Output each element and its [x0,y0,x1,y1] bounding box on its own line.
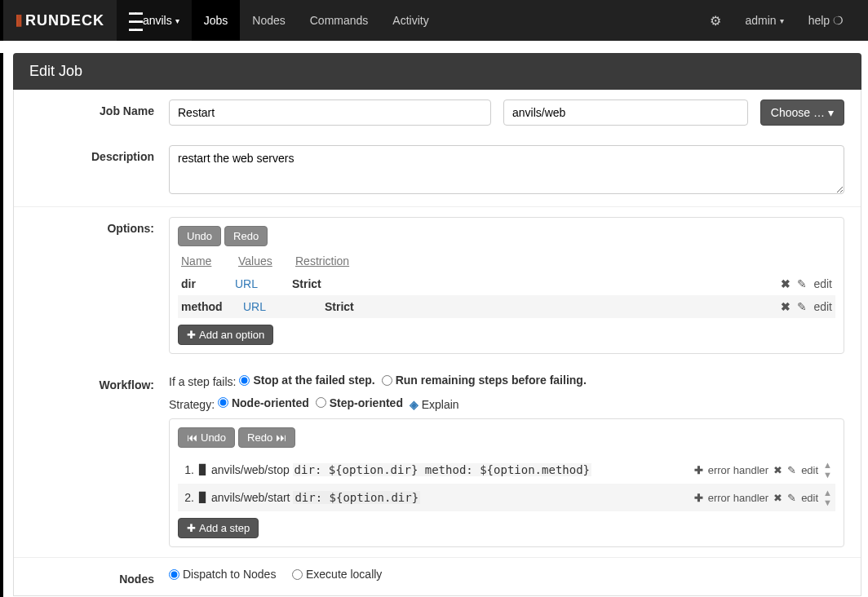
label-job-name: Job Name [30,100,169,117]
edit-link[interactable]: edit [801,464,818,476]
help-icon: ❍ [833,14,844,27]
radio-input[interactable] [169,569,179,580]
page-title: Edit Job [13,53,861,90]
add-option-button[interactable]: ✚ Add an option [178,325,273,345]
radio-input[interactable] [382,375,392,386]
strategy-label: Strategy: [169,397,215,410]
radio-step-oriented[interactable]: Step-oriented [316,396,403,409]
job-name-input[interactable] [169,100,491,126]
nav-nodes[interactable]: Nodes [240,0,297,41]
plus-icon: ✚ [187,329,196,341]
error-handler-link[interactable]: error handler [708,492,768,504]
delete-icon[interactable]: ✖ [781,277,790,290]
undo-label: Undo [201,431,226,444]
delete-icon[interactable]: ✖ [781,300,790,313]
nav-commands[interactable]: Commands [298,0,381,41]
option-values: URL [235,277,292,290]
radio-execute-locally[interactable]: Execute locally [292,568,382,581]
option-values: URL [243,300,325,313]
edit-icon[interactable]: ✎ [797,277,807,290]
step-args: dir: ${option.dir} [293,491,420,504]
gear-icon: ⚙ [710,13,721,29]
job-group-input[interactable] [503,100,748,126]
radio-input[interactable] [218,397,228,408]
option-name: dir [181,277,235,290]
redo-label: Redo [247,431,272,444]
nav-activity[interactable]: Activity [380,0,441,41]
workflow-step[interactable]: 2. ▉ anvils/web/start dir: ${option.dir}… [178,484,835,511]
step-fail-config: If a step fails: Stop at the failed step… [169,374,844,388]
description-input[interactable]: restart the web servers [169,145,844,194]
caret-down-icon: ▾ [175,16,179,25]
settings-icon[interactable]: ⚙ [698,0,733,41]
option-restriction: Strict [325,300,781,313]
fail-label: If a step fails: [169,375,236,388]
help-link[interactable]: help ❍ [796,0,856,41]
radio-dispatch-nodes[interactable]: Dispatch to Nodes [169,568,276,581]
edit-link[interactable]: edit [813,300,832,313]
delete-icon[interactable]: ✖ [773,492,782,504]
edit-link[interactable]: edit [801,492,818,504]
label-description: Description [30,145,169,163]
top-navbar: ⦀ RUNDECK ▬▬▬▬▬▬ anvils ▾ Jobs Nodes Com… [0,0,868,41]
radio-run-remaining[interactable]: Run remaining steps before failing. [382,374,587,387]
option-row[interactable]: method URL Strict ✖ ✎ edit [178,295,835,318]
radio-stop-at-failed[interactable]: Stop at the failed step. [239,374,374,387]
radio-label: Node-oriented [232,396,309,409]
radio-label: Stop at the failed step. [253,374,374,387]
radio-input[interactable] [292,569,303,580]
caret-down-icon: ▾ [780,16,784,25]
options-redo-button[interactable]: Redo [224,226,268,246]
explain-link[interactable]: Explain [422,397,459,410]
reorder-icon[interactable]: ▲▼ [823,488,832,507]
edit-icon[interactable]: ✎ [787,464,796,476]
explain-icon: ◈ [410,397,418,410]
options-panel: Undo Redo Name Values Restriction dir UR… [169,217,844,354]
project-selector[interactable]: ▬▬▬▬▬▬ anvils ▾ [117,0,192,41]
radio-input[interactable] [316,397,326,408]
step-body: anvils/web/start dir: ${option.dir} [211,491,689,504]
choose-group-button[interactable]: Choose … ▾ [760,100,844,126]
add-option-label: Add an option [199,329,264,341]
edit-icon[interactable]: ✎ [797,300,807,313]
workflow-step[interactable]: 1. ▉ anvils/web/stop dir: ${option.dir} … [178,456,835,484]
workflow-redo-button[interactable]: Redo ⏭ [238,427,295,448]
option-restriction: Strict [292,277,781,290]
brand-text: RUNDECK [25,12,104,29]
radio-label: Execute locally [306,568,382,581]
choose-label: Choose … [771,106,825,119]
option-row[interactable]: dir URL Strict ✖ ✎ edit [178,272,835,295]
add-step-label: Add a step [199,522,250,534]
nav-jobs[interactable]: Jobs [192,0,241,41]
options-undo-button[interactable]: Undo [178,226,221,246]
radio-node-oriented[interactable]: Node-oriented [218,396,309,409]
step-body: anvils/web/stop dir: ${option.dir} metho… [211,463,689,476]
edit-icon[interactable]: ✎ [787,492,796,504]
label-nodes: Nodes [30,568,169,586]
col-values: Values [238,254,279,268]
plus-icon: ✚ [694,492,703,504]
radio-input[interactable] [239,375,250,386]
edit-link[interactable]: edit [813,277,832,290]
delete-icon[interactable]: ✖ [773,464,782,476]
user-menu[interactable]: admin ▾ [733,0,796,41]
col-name: Name [181,254,222,268]
error-handler-link[interactable]: error handler [708,464,768,476]
step-back-icon: ⏮ [187,431,197,444]
brand[interactable]: ⦀ RUNDECK [16,11,104,30]
workflow-panel: ⏮ Undo Redo ⏭ 1. ▉ anvils/web/stop dir: … [169,418,844,547]
step-ref: anvils/web/start [211,491,290,504]
user-name: admin [746,14,777,27]
step-number: 2. [181,491,194,504]
step-forward-icon: ⏭ [276,431,286,444]
list-icon: ▬▬▬▬▬▬ [129,8,140,33]
add-step-button[interactable]: ✚ Add a step [178,518,259,538]
plus-icon: ✚ [694,464,703,476]
options-header: Name Values Restriction [178,254,835,268]
radio-label: Dispatch to Nodes [183,568,276,581]
workflow-undo-button[interactable]: ⏮ Undo [178,427,235,448]
reorder-icon[interactable]: ▲▼ [823,460,832,480]
radio-label: Run remaining steps before failing. [396,374,587,387]
strategy-config: Strategy: Node-oriented Step-oriented ◈ … [169,396,844,411]
radio-label: Step-oriented [330,396,403,409]
